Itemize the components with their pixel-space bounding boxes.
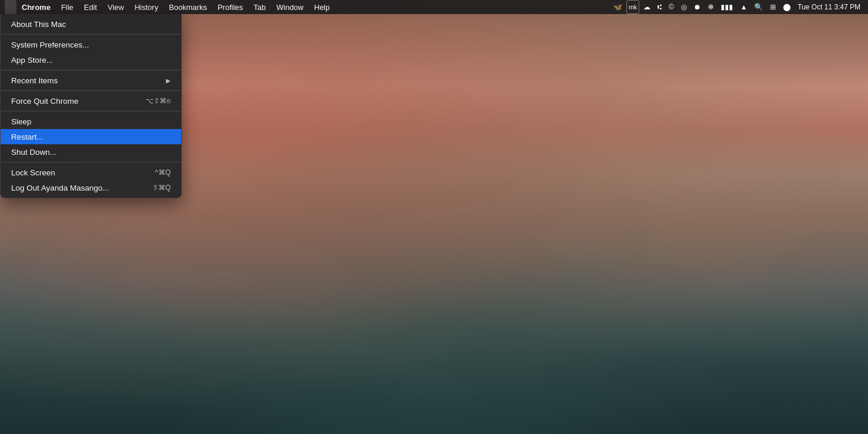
menu-separator-4	[1, 111, 181, 111]
butterfly-icon[interactable]: 🦋	[611, 0, 625, 14]
menubar-file[interactable]: File	[56, 0, 79, 14]
apple-dropdown-menu: About This Mac System Preferences... App…	[0, 14, 182, 198]
menubar-right: 🦋 mk ☁ ⑆ © ◎ ⏺ ✻ ▮▮▮ ▲ 🔍 ⊞ ⬤ Tue Oct 11 …	[611, 0, 863, 14]
menu-separator-5	[1, 162, 181, 162]
restart-label: Restart...	[11, 133, 43, 141]
cloud-icon[interactable]: ☁	[640, 0, 653, 14]
about-this-mac-label: About This Mac	[11, 20, 66, 29]
recent-items-label: Recent Items	[11, 76, 58, 85]
menu-shutdown[interactable]: Shut Down...	[1, 144, 181, 160]
menubar-bookmarks[interactable]: Bookmarks	[164, 0, 212, 14]
lock-screen-shortcut-sym: ^⌘Q	[155, 168, 171, 177]
search-icon[interactable]: 🔍	[751, 0, 766, 14]
apple-menu-trigger[interactable]	[5, 0, 16, 14]
menu-separator-2	[1, 70, 181, 70]
menubar: Chrome File Edit View History Bookmarks …	[0, 0, 868, 14]
record-icon[interactable]: ⏺	[691, 0, 704, 14]
menu-logout[interactable]: Log Out Ayanda Masango... ⇧⌘Q	[1, 180, 181, 195]
bluetooth-icon[interactable]: ✻	[705, 0, 717, 14]
menu-restart[interactable]: Restart...	[1, 129, 181, 144]
menu-lock-screen[interactable]: Lock Screen ^⌘Q	[1, 165, 181, 180]
datetime-display[interactable]: Tue Oct 11 3:47 PM	[795, 0, 863, 14]
menubar-history[interactable]: History	[129, 0, 163, 14]
force-quit-label: Force Quit Chrome	[11, 97, 79, 106]
menubar-left: Chrome File Edit View History Bookmarks …	[5, 0, 335, 14]
menu-sleep[interactable]: Sleep	[1, 114, 181, 129]
force-quit-shortcut: ⌥⇧⌘⎋	[145, 97, 171, 105]
circle-icon[interactable]: ◎	[678, 0, 690, 14]
system-preferences-label: System Preferences...	[11, 40, 89, 49]
menubar-help[interactable]: Help	[309, 0, 335, 14]
creative-cloud-icon[interactable]: ©	[666, 0, 677, 14]
menubar-chrome[interactable]: Chrome	[16, 0, 56, 14]
battery-icon[interactable]: ▮▮▮	[718, 0, 736, 14]
menubar-edit[interactable]: Edit	[79, 0, 102, 14]
mk-icon[interactable]: mk	[626, 0, 640, 14]
control-center-icon[interactable]: ⊞	[767, 0, 779, 14]
menubar-window[interactable]: Window	[271, 0, 308, 14]
menu-recent-items[interactable]: Recent Items ▶	[1, 73, 181, 88]
menu-force-quit[interactable]: Force Quit Chrome ⌥⇧⌘⎋	[1, 93, 181, 108]
menubar-profiles[interactable]: Profiles	[212, 0, 248, 14]
menu-separator-3	[1, 90, 181, 91]
menu-about-this-mac[interactable]: About This Mac	[1, 16, 181, 32]
menu-system-preferences[interactable]: System Preferences...	[1, 37, 181, 52]
logout-label: Log Out Ayanda Masango...	[11, 184, 109, 192]
share-icon[interactable]: ⑆	[655, 0, 664, 14]
lock-screen-shortcut: ^⌘Q	[155, 168, 171, 177]
app-store-label: App Store...	[11, 56, 53, 65]
menu-app-store[interactable]: App Store...	[1, 52, 181, 67]
logout-shortcut-sym: ⇧⌘Q	[152, 184, 171, 192]
wifi-icon[interactable]: ▲	[737, 0, 750, 14]
siri-icon[interactable]: ⬤	[780, 0, 794, 14]
menubar-tab[interactable]: Tab	[248, 0, 271, 14]
recent-items-arrow: ▶	[166, 77, 171, 84]
menubar-view[interactable]: View	[102, 0, 129, 14]
force-quit-shortcut-sym: ⌥⇧⌘⎋	[145, 97, 171, 105]
logout-shortcut: ⇧⌘Q	[152, 184, 171, 192]
menu-separator-1	[1, 34, 181, 35]
sleep-label: Sleep	[11, 117, 32, 126]
shutdown-label: Shut Down...	[11, 148, 56, 157]
lock-screen-label: Lock Screen	[11, 168, 55, 177]
